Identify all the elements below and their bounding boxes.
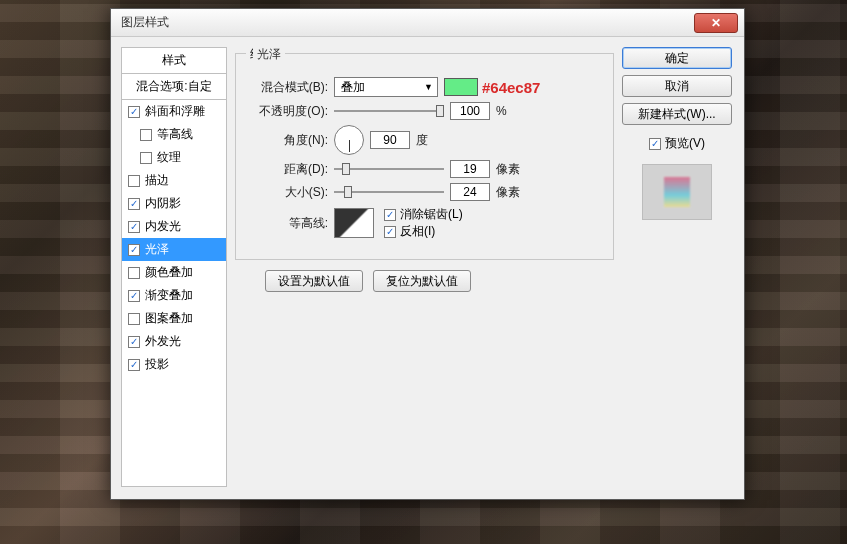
style-item-label: 内发光	[145, 218, 181, 235]
size-label: 大小(S):	[250, 184, 328, 201]
invert-label: 反相(I)	[400, 223, 435, 240]
opacity-unit: %	[496, 104, 507, 118]
style-item-label: 光泽	[145, 241, 169, 258]
opacity-row: 不透明度(O): 100 %	[250, 102, 601, 120]
chevron-down-icon: ▼	[424, 82, 433, 92]
size-input[interactable]: 24	[450, 183, 490, 201]
distance-input[interactable]: 19	[450, 160, 490, 178]
style-item-label: 渐变叠加	[145, 287, 193, 304]
checkbox-icon	[140, 152, 152, 164]
layer-style-dialog: 图层样式 ✕ 样式 混合选项:自定 斜面和浮雕等高线纹理描边内阴影内发光光泽颜色…	[110, 8, 745, 500]
checkbox-icon	[128, 290, 140, 302]
close-button[interactable]: ✕	[694, 13, 738, 33]
checkbox-icon	[649, 138, 661, 150]
angle-unit: 度	[416, 132, 428, 149]
styles-column: 样式 混合选项:自定 斜面和浮雕等高线纹理描边内阴影内发光光泽颜色叠加渐变叠加图…	[121, 47, 227, 487]
checkbox-icon	[128, 106, 140, 118]
angle-input[interactable]: 90	[370, 131, 410, 149]
checkbox-icon	[384, 209, 396, 221]
checkbox-icon	[128, 313, 140, 325]
blend-mode-select[interactable]: 叠加 ▼	[334, 77, 438, 97]
style-item-label: 外发光	[145, 333, 181, 350]
style-item-label: 颜色叠加	[145, 264, 193, 281]
checkbox-icon	[128, 198, 140, 210]
style-item-5[interactable]: 内发光	[122, 215, 226, 238]
color-annotation: #64ec87	[482, 79, 540, 96]
distance-label: 距离(D):	[250, 161, 328, 178]
angle-label: 角度(N):	[250, 132, 328, 149]
contour-opts: 消除锯齿(L) 反相(I)	[384, 206, 463, 240]
checkbox-icon	[140, 129, 152, 141]
reset-default-button[interactable]: 复位为默认值	[373, 270, 471, 292]
action-column: 确定 取消 新建样式(W)... 预览(V)	[622, 47, 732, 487]
structure-group: 结构 混合模式(B): 叠加 ▼ #64ec87 不透明度(O): 100 %	[235, 53, 614, 260]
cancel-button[interactable]: 取消	[622, 75, 732, 97]
blend-mode-value: 叠加	[341, 79, 365, 96]
style-item-11[interactable]: 投影	[122, 353, 226, 376]
invert-checkbox[interactable]: 反相(I)	[384, 223, 463, 240]
style-item-2[interactable]: 纹理	[122, 146, 226, 169]
style-item-label: 描边	[145, 172, 169, 189]
default-buttons: 设置为默认值 复位为默认值	[265, 270, 614, 292]
style-item-9[interactable]: 图案叠加	[122, 307, 226, 330]
close-icon: ✕	[711, 16, 721, 30]
checkbox-icon	[128, 175, 140, 187]
blend-options-header[interactable]: 混合选项:自定	[121, 73, 227, 99]
contour-picker[interactable]	[334, 208, 374, 238]
angle-dial[interactable]	[334, 125, 364, 155]
size-unit: 像素	[496, 184, 520, 201]
blend-mode-label: 混合模式(B):	[250, 79, 328, 96]
window-title: 图层样式	[121, 14, 694, 31]
checkbox-icon	[128, 359, 140, 371]
opacity-input[interactable]: 100	[450, 102, 490, 120]
ok-button[interactable]: 确定	[622, 47, 732, 69]
settings-column: 光泽 结构 混合模式(B): 叠加 ▼ #64ec87 不透明度(O): 100	[235, 47, 614, 487]
distance-unit: 像素	[496, 161, 520, 178]
antialias-label: 消除锯齿(L)	[400, 206, 463, 223]
style-item-label: 内阴影	[145, 195, 181, 212]
checkbox-icon	[128, 244, 140, 256]
style-list: 斜面和浮雕等高线纹理描边内阴影内发光光泽颜色叠加渐变叠加图案叠加外发光投影	[121, 99, 227, 487]
preview-thumbnail	[642, 164, 712, 220]
opacity-label: 不透明度(O):	[250, 103, 328, 120]
contour-row: 等高线: 消除锯齿(L) 反相(I)	[250, 206, 601, 240]
style-item-label: 等高线	[157, 126, 193, 143]
styles-header[interactable]: 样式	[121, 47, 227, 73]
style-item-10[interactable]: 外发光	[122, 330, 226, 353]
color-swatch[interactable]	[444, 78, 478, 96]
checkbox-icon	[384, 226, 396, 238]
style-item-6[interactable]: 光泽	[122, 238, 226, 261]
style-item-0[interactable]: 斜面和浮雕	[122, 100, 226, 123]
style-item-8[interactable]: 渐变叠加	[122, 284, 226, 307]
style-item-label: 投影	[145, 356, 169, 373]
angle-row: 角度(N): 90 度	[250, 125, 601, 155]
opacity-slider[interactable]	[334, 102, 444, 120]
new-style-button[interactable]: 新建样式(W)...	[622, 103, 732, 125]
checkbox-icon	[128, 221, 140, 233]
distance-slider[interactable]	[334, 160, 444, 178]
contour-label: 等高线:	[250, 215, 328, 232]
size-slider[interactable]	[334, 183, 444, 201]
size-row: 大小(S): 24 像素	[250, 183, 601, 201]
style-item-7[interactable]: 颜色叠加	[122, 261, 226, 284]
panel-title: 光泽	[253, 46, 285, 63]
preview-label: 预览(V)	[665, 135, 705, 152]
blend-mode-row: 混合模式(B): 叠加 ▼ #64ec87	[250, 77, 601, 97]
checkbox-icon	[128, 267, 140, 279]
preview-checkbox[interactable]: 预览(V)	[622, 135, 732, 152]
style-item-label: 图案叠加	[145, 310, 193, 327]
style-item-label: 纹理	[157, 149, 181, 166]
style-item-label: 斜面和浮雕	[145, 103, 205, 120]
dialog-body: 样式 混合选项:自定 斜面和浮雕等高线纹理描边内阴影内发光光泽颜色叠加渐变叠加图…	[111, 37, 744, 499]
distance-row: 距离(D): 19 像素	[250, 160, 601, 178]
make-default-button[interactable]: 设置为默认值	[265, 270, 363, 292]
checkbox-icon	[128, 336, 140, 348]
style-item-3[interactable]: 描边	[122, 169, 226, 192]
style-item-4[interactable]: 内阴影	[122, 192, 226, 215]
antialias-checkbox[interactable]: 消除锯齿(L)	[384, 206, 463, 223]
titlebar[interactable]: 图层样式 ✕	[111, 9, 744, 37]
style-item-1[interactable]: 等高线	[122, 123, 226, 146]
